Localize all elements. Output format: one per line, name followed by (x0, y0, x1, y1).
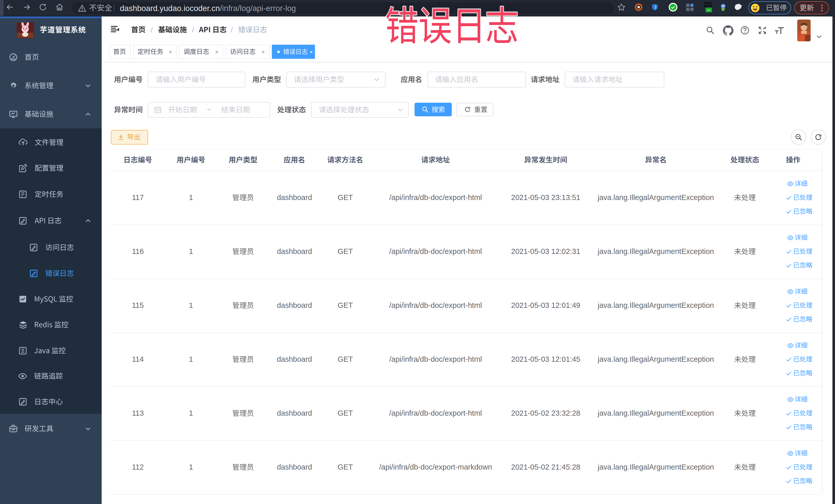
svg-text:on: on (707, 8, 710, 12)
